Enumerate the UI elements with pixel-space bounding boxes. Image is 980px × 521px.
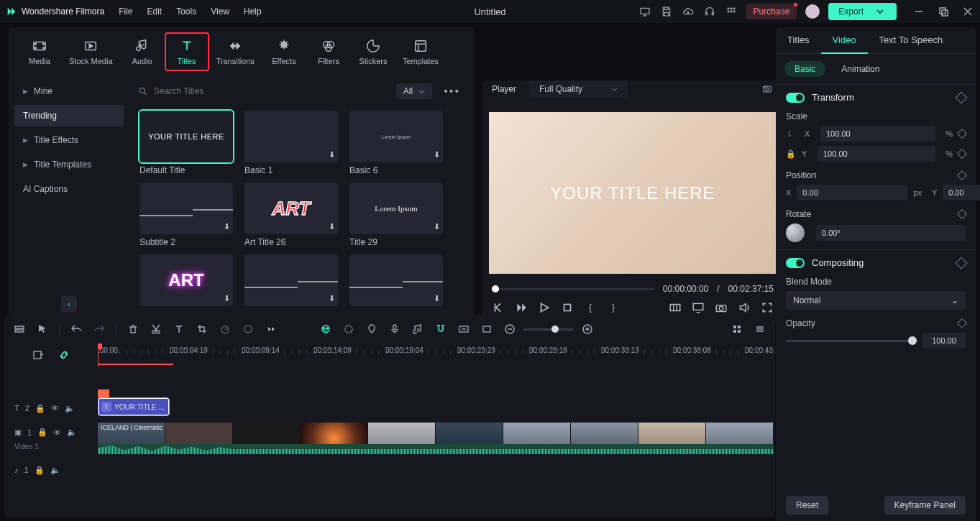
- ai-icon[interactable]: [319, 323, 332, 336]
- download-icon[interactable]: ⬇: [224, 294, 230, 303]
- pointer-icon[interactable]: [36, 323, 49, 336]
- apps-icon[interactable]: [725, 5, 738, 18]
- mute-icon[interactable]: 🔈: [67, 428, 77, 437]
- title-thumb[interactable]: ⬇: [139, 183, 233, 234]
- prop-tab-tts[interactable]: Text To Speech: [868, 27, 955, 53]
- marker-icon[interactable]: [365, 323, 378, 336]
- sidebar-item-trending[interactable]: Trending: [14, 105, 124, 126]
- title-thumb[interactable]: ART⬇: [244, 183, 338, 234]
- visibility-icon[interactable]: 👁: [53, 428, 61, 437]
- link-icon[interactable]: 🔒: [786, 149, 796, 159]
- menu-view[interactable]: View: [211, 6, 229, 17]
- display-icon[interactable]: [692, 301, 705, 314]
- lock-icon[interactable]: 🔒: [37, 428, 47, 437]
- tab-stickers[interactable]: Stickers: [351, 34, 395, 70]
- export-button[interactable]: Export: [828, 3, 897, 20]
- prop-tab-video[interactable]: Video: [821, 27, 868, 54]
- blend-mode-select[interactable]: Normal⌄: [786, 291, 966, 310]
- sidebar-item-title-effects[interactable]: ▶Title Effects: [14, 129, 124, 151]
- frame-icon[interactable]: [480, 323, 493, 336]
- transform-toggle[interactable]: [786, 93, 805, 103]
- effects-tl-icon[interactable]: [342, 323, 355, 336]
- scale-y-input[interactable]: [818, 146, 935, 162]
- download-icon[interactable]: ⬇: [329, 294, 335, 303]
- timeline-settings-icon[interactable]: [754, 323, 766, 336]
- rotate-input[interactable]: [816, 225, 966, 241]
- camera-icon[interactable]: [715, 301, 728, 314]
- search-input[interactable]: [154, 86, 262, 96]
- rotate-knob[interactable]: [786, 223, 805, 242]
- download-icon[interactable]: ⬇: [434, 150, 440, 160]
- zoom-out-icon[interactable]: [503, 323, 516, 336]
- download-icon[interactable]: ⬇: [329, 222, 335, 231]
- play-fwd-icon[interactable]: [515, 301, 528, 314]
- mute-icon[interactable]: 🔈: [65, 404, 75, 413]
- tab-filters[interactable]: Filters: [306, 34, 351, 70]
- play-icon[interactable]: [538, 301, 551, 314]
- undo-icon[interactable]: [70, 323, 83, 336]
- transform-keyframe-icon[interactable]: [956, 91, 968, 103]
- pos-x-input[interactable]: [797, 185, 907, 200]
- title-thumb[interactable]: Lorem Ipsum⬇: [349, 183, 443, 234]
- lock-icon[interactable]: 🔒: [35, 466, 45, 475]
- tab-media[interactable]: Media: [17, 34, 62, 70]
- magnetic-icon[interactable]: [434, 323, 447, 336]
- collapse-sidebar-icon[interactable]: ‹: [61, 296, 77, 312]
- prev-frame-icon[interactable]: [492, 301, 505, 314]
- title-thumb[interactable]: Lorem Ipsum⬇: [349, 111, 443, 162]
- close-icon[interactable]: [961, 5, 974, 18]
- scrub-handle[interactable]: [492, 285, 499, 292]
- compositing-keyframe-icon[interactable]: [956, 257, 968, 269]
- minimize-icon[interactable]: [912, 5, 925, 18]
- timeline-link-icon[interactable]: [58, 349, 70, 361]
- more-menu-icon[interactable]: •••: [438, 82, 466, 101]
- download-icon[interactable]: ⬇: [434, 294, 440, 303]
- timeline-add-icon[interactable]: [32, 349, 45, 361]
- tab-transitions[interactable]: Transitions: [209, 34, 262, 70]
- title-clip[interactable]: T YOUR TITLE ...: [98, 397, 170, 416]
- keyframe-panel-button[interactable]: Keyframe Panel: [884, 496, 966, 515]
- menu-tools[interactable]: Tools: [176, 6, 196, 17]
- maximize-icon[interactable]: [937, 5, 950, 18]
- download-icon[interactable]: ⬇: [434, 222, 440, 231]
- redo-icon[interactable]: [93, 323, 106, 336]
- opacity-thumb[interactable]: [908, 336, 917, 345]
- scale-x-keyframe-icon[interactable]: [957, 129, 967, 139]
- opacity-value[interactable]: 100.00: [922, 333, 966, 349]
- subtab-basic[interactable]: Basic: [784, 61, 825, 77]
- visibility-icon[interactable]: 👁: [51, 404, 59, 412]
- delete-icon[interactable]: [127, 323, 139, 336]
- zoom-slider[interactable]: [523, 328, 574, 331]
- sidebar-item-mine[interactable]: ▶Mine: [14, 80, 124, 102]
- save-icon[interactable]: [660, 5, 673, 18]
- headphones-icon[interactable]: [703, 5, 716, 18]
- crop-icon[interactable]: [196, 323, 209, 336]
- mute-icon[interactable]: 🔈: [50, 466, 60, 475]
- rotate-keyframe-icon[interactable]: [957, 209, 967, 219]
- prop-tab-titles[interactable]: Titles: [776, 27, 821, 53]
- tab-audio[interactable]: Audio: [120, 34, 165, 70]
- menu-help[interactable]: Help: [244, 6, 262, 17]
- desktop-icon[interactable]: [638, 5, 651, 18]
- title-thumb[interactable]: ⬇: [349, 254, 443, 306]
- ruler[interactable]: :00:0000:00:04:1900:00:09:1400:00:14:090…: [98, 344, 775, 366]
- reset-button[interactable]: Reset: [786, 496, 828, 515]
- position-keyframe-icon[interactable]: [957, 170, 967, 180]
- volume-icon[interactable]: [738, 301, 751, 314]
- filter-dropdown[interactable]: All: [396, 83, 432, 99]
- fullscreen-icon[interactable]: [761, 301, 774, 314]
- more-tools-icon[interactable]: [265, 323, 278, 336]
- tab-effects[interactable]: Effects: [262, 34, 306, 70]
- zoom-thumb[interactable]: [551, 326, 559, 333]
- opacity-keyframe-icon[interactable]: [957, 318, 967, 328]
- tab-titles[interactable]: Titles: [165, 32, 209, 71]
- opacity-slider[interactable]: [786, 340, 917, 342]
- download-icon[interactable]: ⬇: [329, 150, 335, 160]
- tab-templates[interactable]: Templates: [395, 34, 446, 70]
- canvas[interactable]: YOUR TITLE HERE: [489, 112, 777, 274]
- audio-waveform[interactable]: [98, 444, 774, 454]
- title-thumb[interactable]: ⬇: [244, 254, 338, 306]
- view-mode-icon[interactable]: [731, 323, 743, 336]
- text-icon[interactable]: [173, 323, 186, 336]
- purchase-button[interactable]: Purchase: [746, 4, 797, 19]
